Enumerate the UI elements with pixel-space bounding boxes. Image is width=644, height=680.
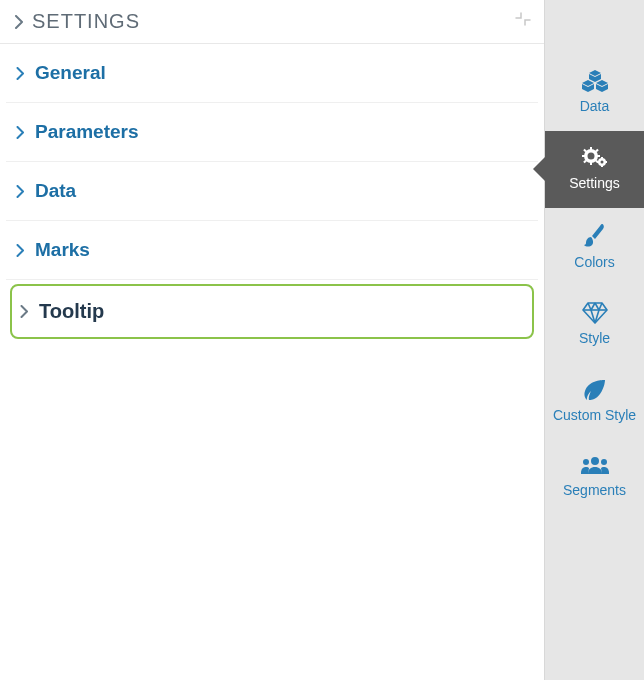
rail-label: Style — [579, 330, 610, 347]
rail-label: Data — [580, 98, 610, 115]
section-data[interactable]: Data — [6, 162, 538, 221]
svg-rect-11 — [601, 165, 603, 167]
section-list: General Parameters Data Marks Tooltip — [0, 44, 544, 343]
section-parameters[interactable]: Parameters — [6, 103, 538, 162]
panel-header[interactable]: SETTINGS — [0, 0, 544, 44]
leaf-icon — [583, 379, 607, 401]
svg-rect-3 — [597, 155, 600, 157]
rail-tab-data[interactable]: Data — [545, 54, 644, 131]
svg-rect-13 — [605, 161, 607, 163]
rail-label: Segments — [563, 482, 626, 499]
rail-label: Colors — [574, 254, 614, 271]
section-label: Marks — [35, 239, 90, 261]
svg-point-9 — [600, 160, 603, 163]
svg-rect-0 — [590, 147, 592, 150]
section-label: Parameters — [35, 121, 139, 143]
chevron-right-icon — [16, 185, 25, 198]
chevron-right-icon — [14, 15, 24, 29]
chevron-right-icon — [16, 67, 25, 80]
section-label: Data — [35, 180, 76, 202]
svg-rect-2 — [582, 155, 585, 157]
settings-panel: SETTINGS General Parameters Data — [0, 0, 544, 680]
diamond-icon — [582, 302, 608, 324]
chevron-right-icon — [20, 305, 29, 318]
section-label: General — [35, 62, 106, 84]
section-general[interactable]: General — [6, 44, 538, 103]
svg-point-14 — [591, 457, 599, 465]
section-label: Tooltip — [39, 300, 104, 323]
collapse-icon[interactable] — [514, 10, 532, 28]
rail-tab-style[interactable]: Style — [545, 286, 644, 363]
svg-rect-1 — [590, 162, 592, 165]
svg-rect-10 — [601, 157, 603, 159]
panel-title: SETTINGS — [32, 10, 140, 33]
svg-rect-12 — [597, 161, 599, 163]
rail-tab-colors[interactable]: Colors — [545, 208, 644, 287]
chevron-right-icon — [16, 126, 25, 139]
section-marks[interactable]: Marks — [6, 221, 538, 280]
svg-point-15 — [583, 459, 589, 465]
rail-label: Custom Style — [553, 407, 636, 424]
svg-point-16 — [601, 459, 607, 465]
cubes-icon — [582, 70, 608, 92]
brush-icon — [584, 224, 606, 248]
rail-label: Settings — [569, 175, 620, 192]
rail-tab-segments[interactable]: Segments — [545, 440, 644, 515]
gears-icon — [582, 147, 608, 169]
chevron-right-icon — [16, 244, 25, 257]
section-tooltip[interactable]: Tooltip — [10, 284, 534, 339]
rail-tab-custom-style[interactable]: Custom Style — [545, 363, 644, 440]
rail-tab-settings[interactable]: Settings — [545, 131, 644, 208]
right-rail: Data Settings Colors — [544, 0, 644, 680]
users-icon — [581, 456, 609, 476]
